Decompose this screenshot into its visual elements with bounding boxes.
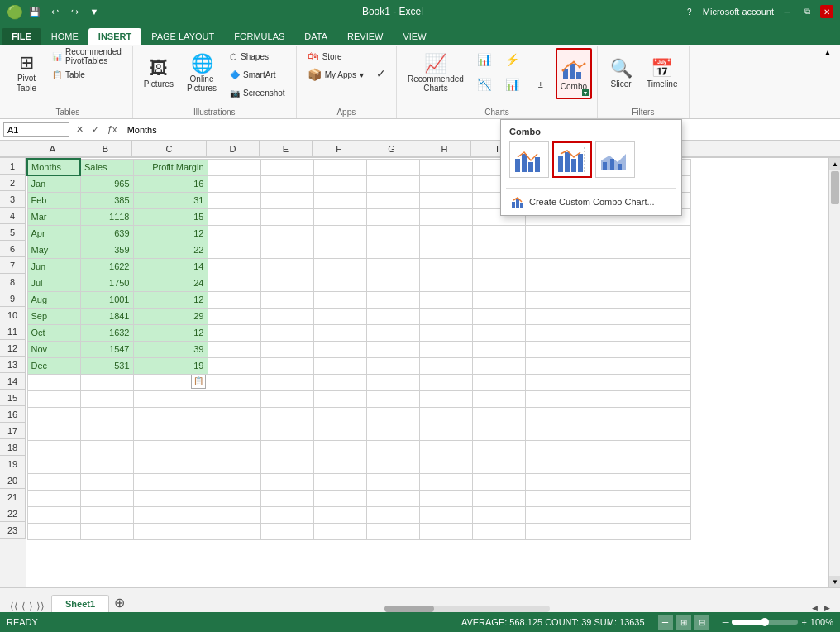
combo-type-2-button[interactable] xyxy=(552,141,592,178)
paste-options-button[interactable]: 📋 xyxy=(191,374,206,389)
cell-c8[interactable]: 24 xyxy=(133,275,208,291)
cell-g1[interactable] xyxy=(366,159,419,175)
cell-a9[interactable]: Aug xyxy=(27,291,80,308)
cell-a1[interactable]: Months xyxy=(27,159,80,175)
col-header-a[interactable]: A xyxy=(26,141,79,157)
tab-file[interactable]: FILE xyxy=(2,28,41,45)
cell-h1[interactable] xyxy=(419,159,472,175)
cell-b8[interactable]: 1750 xyxy=(80,275,133,291)
cell-a7[interactable]: Jun xyxy=(27,258,80,275)
cell-c5[interactable]: 12 xyxy=(133,225,208,242)
row-header-10[interactable]: 10 xyxy=(0,307,26,323)
cancel-formula-button[interactable]: ✕ xyxy=(73,124,87,135)
cell-b1[interactable]: Sales xyxy=(80,159,133,175)
cell-b13[interactable]: 531 xyxy=(80,357,133,374)
row-header-16[interactable]: 16 xyxy=(0,406,26,423)
row-header-3[interactable]: 3 xyxy=(0,191,26,208)
cell-a12[interactable]: Nov xyxy=(27,341,80,357)
row-header-17[interactable]: 17 xyxy=(0,423,26,439)
zoom-level[interactable]: 100% xyxy=(810,617,833,627)
insert-function-button[interactable]: ƒx xyxy=(104,124,121,135)
recommended-pivot-tables-button[interactable]: 📊 RecommendedPivotTables xyxy=(46,48,127,65)
row-header-22[interactable]: 22 xyxy=(0,505,26,522)
formula-input[interactable] xyxy=(124,123,837,136)
row-header-9[interactable]: 9 xyxy=(0,290,26,307)
col-header-e[interactable]: E xyxy=(260,141,313,157)
combo-dropdown-arrow[interactable]: ▼ xyxy=(582,89,589,96)
row-header-23[interactable]: 23 xyxy=(0,522,26,539)
restore-button[interactable]: ⧉ xyxy=(800,5,814,18)
help-button[interactable]: ? xyxy=(683,5,696,18)
row-header-13[interactable]: 13 xyxy=(0,357,26,373)
pivot-table-button[interactable]: ⊞ PivotTable xyxy=(8,48,45,99)
power-button[interactable]: ⚡ xyxy=(499,48,526,71)
row-header-20[interactable]: 20 xyxy=(0,472,26,489)
tab-formulas[interactable]: FORMULAS xyxy=(224,28,294,45)
zoom-slider[interactable] xyxy=(732,620,798,625)
cell-c6[interactable]: 22 xyxy=(133,242,208,258)
cell-d2[interactable] xyxy=(208,175,260,192)
zoom-slider-thumb[interactable] xyxy=(761,618,769,626)
cell-f1[interactable] xyxy=(313,159,366,175)
online-pictures-button[interactable]: 🌐 OnlinePictures xyxy=(181,48,222,99)
minimize-button[interactable]: ─ xyxy=(780,5,794,18)
cell-a6[interactable]: May xyxy=(27,242,80,258)
cell-a14[interactable] xyxy=(27,374,80,390)
undo-qat-button[interactable]: ↩ xyxy=(46,3,63,20)
sheet-nav-next[interactable]: ⟩ xyxy=(29,601,33,612)
cell-e1[interactable] xyxy=(260,159,313,175)
pictures-button[interactable]: 🖼 Pictures xyxy=(138,48,179,99)
vertical-scrollbar[interactable]: ▲ ▼ xyxy=(828,158,840,587)
page-break-view-button[interactable]: ⊟ xyxy=(694,615,709,630)
cell-a10[interactable]: Sep xyxy=(27,308,80,324)
cell-c3[interactable]: 31 xyxy=(133,192,208,208)
cell-b9[interactable]: 1001 xyxy=(80,291,133,308)
timeline-button[interactable]: 📅 Timeline xyxy=(641,48,683,99)
tab-view[interactable]: VIEW xyxy=(393,28,436,45)
row-header-21[interactable]: 21 xyxy=(0,489,26,505)
cell-b4[interactable]: 1118 xyxy=(80,208,133,225)
cell-a8[interactable]: Jul xyxy=(27,275,80,291)
cell-b10[interactable]: 1841 xyxy=(80,308,133,324)
win-loss-button[interactable]: ± xyxy=(527,73,554,96)
cell-c4[interactable]: 15 xyxy=(133,208,208,225)
cell-b6[interactable]: 359 xyxy=(80,242,133,258)
cell-a3[interactable]: Feb xyxy=(27,192,80,208)
zoom-in-button[interactable]: + xyxy=(801,617,806,627)
combo-chart-button[interactable]: Combo ▼ xyxy=(556,48,592,99)
sheet-nav-last[interactable]: ⟩⟩ xyxy=(36,601,45,612)
line-button[interactable]: 📉 xyxy=(471,73,498,96)
row-header-8[interactable]: 8 xyxy=(0,274,26,290)
cell-b7[interactable]: 1622 xyxy=(80,258,133,275)
col-header-d[interactable]: D xyxy=(207,141,260,157)
recommended-charts-button[interactable]: 📈 RecommendedCharts xyxy=(402,48,470,99)
scroll-down-button[interactable]: ▼ xyxy=(829,576,840,587)
sheet-tab-sheet1[interactable]: Sheet1 xyxy=(51,595,109,612)
row-header-11[interactable]: 11 xyxy=(0,323,26,340)
tab-insert[interactable]: INSERT xyxy=(88,28,141,45)
col-header-c[interactable]: C xyxy=(132,141,207,157)
row-header-4[interactable]: 4 xyxy=(0,208,26,224)
apps-extra-button[interactable]: ✓ xyxy=(371,48,391,99)
create-custom-combo-button[interactable]: Create Custom Combo Chart... xyxy=(506,192,676,212)
column-button[interactable]: 📊 xyxy=(499,73,526,96)
my-apps-button[interactable]: 📦 My Apps ▾ xyxy=(302,66,370,83)
cell-a5[interactable]: Apr xyxy=(27,225,80,242)
screenshot-button[interactable]: 📷 Screenshot xyxy=(224,84,291,101)
h-scroll-right[interactable]: ▶ xyxy=(824,604,830,612)
row-header-2[interactable]: 2 xyxy=(0,175,26,191)
confirm-formula-button[interactable]: ✓ xyxy=(88,124,103,135)
cell-c14[interactable]: 📋 xyxy=(133,374,208,390)
smartart-button[interactable]: 🔷 SmartArt xyxy=(224,66,291,83)
h-scrollbar-thumb[interactable] xyxy=(384,606,434,612)
normal-view-button[interactable]: ☰ xyxy=(658,615,673,630)
ribbon-collapse-btn[interactable]: ▲ xyxy=(823,45,840,119)
shapes-button[interactable]: ⬡ Shapes xyxy=(224,48,291,65)
tab-data[interactable]: DATA xyxy=(294,28,337,45)
save-qat-button[interactable]: 💾 xyxy=(26,3,43,20)
col-header-b[interactable]: B xyxy=(79,141,132,157)
row-header-7[interactable]: 7 xyxy=(0,257,26,274)
redo-qat-button[interactable]: ↪ xyxy=(66,3,83,20)
store-button[interactable]: 🛍 Store xyxy=(302,48,370,65)
cell-c7[interactable]: 14 xyxy=(133,258,208,275)
